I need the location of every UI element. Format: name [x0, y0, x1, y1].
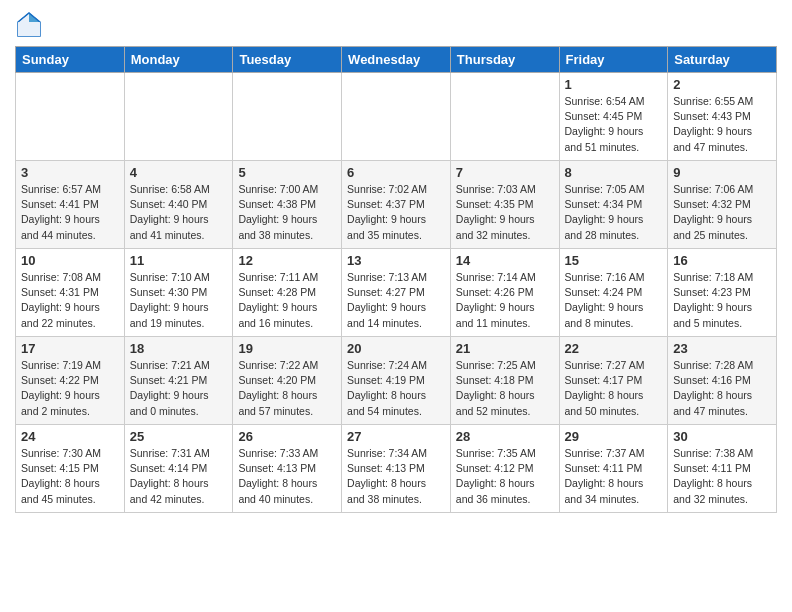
day-cell: [342, 73, 451, 161]
day-number: 10: [21, 253, 119, 268]
day-info: Sunrise: 7:08 AM Sunset: 4:31 PM Dayligh…: [21, 270, 119, 331]
day-number: 14: [456, 253, 554, 268]
day-info: Sunrise: 7:03 AM Sunset: 4:35 PM Dayligh…: [456, 182, 554, 243]
header-row: SundayMondayTuesdayWednesdayThursdayFrid…: [16, 47, 777, 73]
day-cell: 6Sunrise: 7:02 AM Sunset: 4:37 PM Daylig…: [342, 161, 451, 249]
day-number: 11: [130, 253, 228, 268]
day-number: 3: [21, 165, 119, 180]
logo: [15, 10, 45, 38]
day-info: Sunrise: 7:38 AM Sunset: 4:11 PM Dayligh…: [673, 446, 771, 507]
day-cell: 26Sunrise: 7:33 AM Sunset: 4:13 PM Dayli…: [233, 425, 342, 513]
day-info: Sunrise: 6:55 AM Sunset: 4:43 PM Dayligh…: [673, 94, 771, 155]
day-info: Sunrise: 7:34 AM Sunset: 4:13 PM Dayligh…: [347, 446, 445, 507]
day-number: 28: [456, 429, 554, 444]
day-info: Sunrise: 7:11 AM Sunset: 4:28 PM Dayligh…: [238, 270, 336, 331]
day-cell: 24Sunrise: 7:30 AM Sunset: 4:15 PM Dayli…: [16, 425, 125, 513]
day-cell: 5Sunrise: 7:00 AM Sunset: 4:38 PM Daylig…: [233, 161, 342, 249]
header-cell-thursday: Thursday: [450, 47, 559, 73]
day-cell: 4Sunrise: 6:58 AM Sunset: 4:40 PM Daylig…: [124, 161, 233, 249]
day-number: 7: [456, 165, 554, 180]
day-cell: 18Sunrise: 7:21 AM Sunset: 4:21 PM Dayli…: [124, 337, 233, 425]
day-info: Sunrise: 7:31 AM Sunset: 4:14 PM Dayligh…: [130, 446, 228, 507]
day-cell: 22Sunrise: 7:27 AM Sunset: 4:17 PM Dayli…: [559, 337, 668, 425]
calendar-header: SundayMondayTuesdayWednesdayThursdayFrid…: [16, 47, 777, 73]
day-info: Sunrise: 7:30 AM Sunset: 4:15 PM Dayligh…: [21, 446, 119, 507]
calendar-body: 1Sunrise: 6:54 AM Sunset: 4:45 PM Daylig…: [16, 73, 777, 513]
day-cell: 15Sunrise: 7:16 AM Sunset: 4:24 PM Dayli…: [559, 249, 668, 337]
day-cell: [16, 73, 125, 161]
calendar-table: SundayMondayTuesdayWednesdayThursdayFrid…: [15, 46, 777, 513]
day-info: Sunrise: 7:22 AM Sunset: 4:20 PM Dayligh…: [238, 358, 336, 419]
logo-icon: [15, 10, 43, 38]
day-cell: 27Sunrise: 7:34 AM Sunset: 4:13 PM Dayli…: [342, 425, 451, 513]
page-header: [15, 10, 777, 38]
day-cell: 8Sunrise: 7:05 AM Sunset: 4:34 PM Daylig…: [559, 161, 668, 249]
day-info: Sunrise: 7:18 AM Sunset: 4:23 PM Dayligh…: [673, 270, 771, 331]
day-number: 19: [238, 341, 336, 356]
day-info: Sunrise: 7:25 AM Sunset: 4:18 PM Dayligh…: [456, 358, 554, 419]
day-number: 27: [347, 429, 445, 444]
day-number: 30: [673, 429, 771, 444]
day-cell: [450, 73, 559, 161]
day-info: Sunrise: 7:21 AM Sunset: 4:21 PM Dayligh…: [130, 358, 228, 419]
day-info: Sunrise: 6:54 AM Sunset: 4:45 PM Dayligh…: [565, 94, 663, 155]
day-info: Sunrise: 7:37 AM Sunset: 4:11 PM Dayligh…: [565, 446, 663, 507]
day-info: Sunrise: 7:00 AM Sunset: 4:38 PM Dayligh…: [238, 182, 336, 243]
day-number: 13: [347, 253, 445, 268]
day-info: Sunrise: 7:06 AM Sunset: 4:32 PM Dayligh…: [673, 182, 771, 243]
day-number: 4: [130, 165, 228, 180]
day-cell: 3Sunrise: 6:57 AM Sunset: 4:41 PM Daylig…: [16, 161, 125, 249]
day-info: Sunrise: 7:33 AM Sunset: 4:13 PM Dayligh…: [238, 446, 336, 507]
day-number: 20: [347, 341, 445, 356]
day-number: 26: [238, 429, 336, 444]
day-cell: 11Sunrise: 7:10 AM Sunset: 4:30 PM Dayli…: [124, 249, 233, 337]
day-cell: 20Sunrise: 7:24 AM Sunset: 4:19 PM Dayli…: [342, 337, 451, 425]
week-row-1: 3Sunrise: 6:57 AM Sunset: 4:41 PM Daylig…: [16, 161, 777, 249]
day-number: 8: [565, 165, 663, 180]
day-number: 18: [130, 341, 228, 356]
day-number: 1: [565, 77, 663, 92]
day-number: 17: [21, 341, 119, 356]
day-number: 23: [673, 341, 771, 356]
header-cell-sunday: Sunday: [16, 47, 125, 73]
day-info: Sunrise: 7:14 AM Sunset: 4:26 PM Dayligh…: [456, 270, 554, 331]
day-number: 5: [238, 165, 336, 180]
day-cell: 16Sunrise: 7:18 AM Sunset: 4:23 PM Dayli…: [668, 249, 777, 337]
day-cell: 30Sunrise: 7:38 AM Sunset: 4:11 PM Dayli…: [668, 425, 777, 513]
day-info: Sunrise: 7:19 AM Sunset: 4:22 PM Dayligh…: [21, 358, 119, 419]
week-row-0: 1Sunrise: 6:54 AM Sunset: 4:45 PM Daylig…: [16, 73, 777, 161]
day-number: 12: [238, 253, 336, 268]
day-number: 24: [21, 429, 119, 444]
day-cell: 23Sunrise: 7:28 AM Sunset: 4:16 PM Dayli…: [668, 337, 777, 425]
day-number: 6: [347, 165, 445, 180]
day-cell: 21Sunrise: 7:25 AM Sunset: 4:18 PM Dayli…: [450, 337, 559, 425]
day-number: 15: [565, 253, 663, 268]
day-info: Sunrise: 7:02 AM Sunset: 4:37 PM Dayligh…: [347, 182, 445, 243]
day-number: 22: [565, 341, 663, 356]
day-info: Sunrise: 6:57 AM Sunset: 4:41 PM Dayligh…: [21, 182, 119, 243]
header-cell-saturday: Saturday: [668, 47, 777, 73]
header-cell-wednesday: Wednesday: [342, 47, 451, 73]
day-cell: [233, 73, 342, 161]
day-number: 9: [673, 165, 771, 180]
day-number: 2: [673, 77, 771, 92]
day-cell: 28Sunrise: 7:35 AM Sunset: 4:12 PM Dayli…: [450, 425, 559, 513]
day-info: Sunrise: 7:10 AM Sunset: 4:30 PM Dayligh…: [130, 270, 228, 331]
day-cell: 1Sunrise: 6:54 AM Sunset: 4:45 PM Daylig…: [559, 73, 668, 161]
day-cell: 13Sunrise: 7:13 AM Sunset: 4:27 PM Dayli…: [342, 249, 451, 337]
day-info: Sunrise: 6:58 AM Sunset: 4:40 PM Dayligh…: [130, 182, 228, 243]
day-cell: 12Sunrise: 7:11 AM Sunset: 4:28 PM Dayli…: [233, 249, 342, 337]
page-container: SundayMondayTuesdayWednesdayThursdayFrid…: [0, 0, 792, 523]
day-cell: 29Sunrise: 7:37 AM Sunset: 4:11 PM Dayli…: [559, 425, 668, 513]
day-cell: 7Sunrise: 7:03 AM Sunset: 4:35 PM Daylig…: [450, 161, 559, 249]
day-cell: 10Sunrise: 7:08 AM Sunset: 4:31 PM Dayli…: [16, 249, 125, 337]
day-number: 16: [673, 253, 771, 268]
day-info: Sunrise: 7:05 AM Sunset: 4:34 PM Dayligh…: [565, 182, 663, 243]
day-cell: 17Sunrise: 7:19 AM Sunset: 4:22 PM Dayli…: [16, 337, 125, 425]
day-info: Sunrise: 7:24 AM Sunset: 4:19 PM Dayligh…: [347, 358, 445, 419]
day-cell: 25Sunrise: 7:31 AM Sunset: 4:14 PM Dayli…: [124, 425, 233, 513]
day-cell: 2Sunrise: 6:55 AM Sunset: 4:43 PM Daylig…: [668, 73, 777, 161]
day-cell: 9Sunrise: 7:06 AM Sunset: 4:32 PM Daylig…: [668, 161, 777, 249]
week-row-3: 17Sunrise: 7:19 AM Sunset: 4:22 PM Dayli…: [16, 337, 777, 425]
week-row-2: 10Sunrise: 7:08 AM Sunset: 4:31 PM Dayli…: [16, 249, 777, 337]
